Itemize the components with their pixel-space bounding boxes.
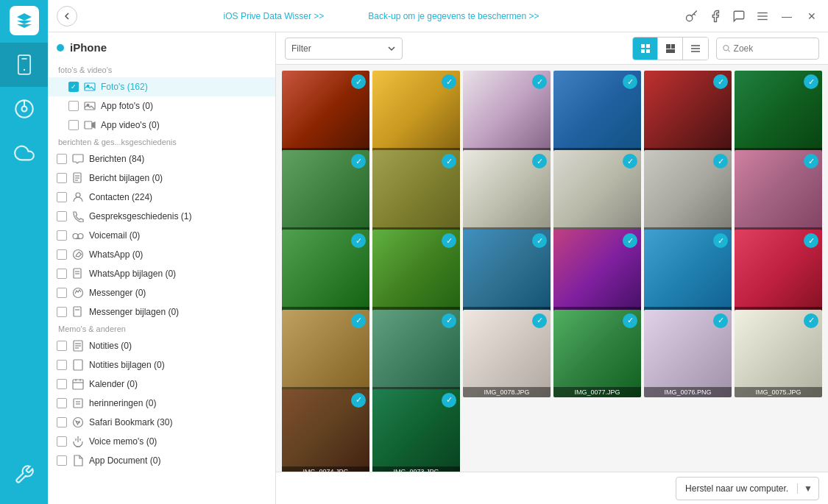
svg-rect-45 bbox=[641, 44, 645, 48]
facebook-icon[interactable] bbox=[709, 10, 722, 23]
sidebar-item-voice-memos[interactable]: Voice memo's (0) bbox=[48, 432, 275, 451]
sidebar-item-app-photos[interactable]: App foto's (0) bbox=[48, 96, 275, 116]
sidebar-item-whatsapp[interactable]: WhatsApp (0) bbox=[48, 245, 275, 264]
close-button[interactable]: ✕ bbox=[804, 9, 819, 24]
photo-cell[interactable]: ✓IMG_0094.JPG bbox=[644, 71, 732, 158]
svg-rect-51 bbox=[666, 49, 675, 53]
checkbox-messenger[interactable] bbox=[57, 288, 67, 298]
photo-cell[interactable]: ✓IMG_0080.JPG bbox=[282, 310, 369, 397]
photo-cell[interactable]: ✓IMG_0081.JPG bbox=[735, 230, 822, 317]
checkbox-whatsapp[interactable] bbox=[57, 249, 67, 260]
photo-cell[interactable]: ✓IMG_0084.JPG bbox=[463, 230, 551, 317]
sidebar-item-contacts[interactable]: Contacten (224) bbox=[48, 188, 275, 207]
section-messages-label: berichten & ges...ksgeschiedenis bbox=[48, 135, 275, 149]
minimize-button[interactable]: — bbox=[779, 9, 794, 24]
sidebar-item-app-document[interactable]: App Document (0) bbox=[48, 451, 275, 470]
checkbox-voice-memos[interactable] bbox=[57, 436, 67, 447]
sidebar-item-notes-att[interactable]: Notities bijlagen (0) bbox=[48, 355, 275, 375]
checkbox-calendar[interactable] bbox=[57, 379, 67, 389]
photo-cell[interactable]: ✓IMG_0075.JPG bbox=[735, 310, 822, 397]
sidebar-item-messenger-att[interactable]: Messenger bijlagen (0) bbox=[48, 302, 275, 322]
checkbox-app-videos[interactable] bbox=[68, 120, 79, 130]
sidebar-item-msg-attachments[interactable]: Bericht bijlagen (0) bbox=[48, 168, 275, 188]
restore-button[interactable]: Herstel naar uw computer. ▼ bbox=[676, 477, 819, 500]
checkbox-safari[interactable] bbox=[57, 417, 67, 427]
sidebar-item-music[interactable] bbox=[0, 87, 48, 131]
photo-cell[interactable]: ✓IMG_0074.JPG bbox=[282, 389, 369, 472]
filter-select[interactable]: Filter bbox=[285, 38, 403, 60]
calendar-icon bbox=[71, 377, 85, 391]
notes-label: Notities (0) bbox=[89, 341, 269, 351]
reminders-label: herinneringen (0) bbox=[89, 398, 269, 408]
photo-cell[interactable]: ✓IMG_0082.JPG bbox=[644, 230, 732, 317]
checkbox-notes[interactable] bbox=[57, 341, 67, 351]
photo-cell[interactable]: ✓IMG_0098.JPG bbox=[282, 71, 369, 158]
sidebar-item-app-videos[interactable]: App video's (0) bbox=[48, 116, 275, 135]
backup-link[interactable]: Back-up om je gegevens te beschermen >> bbox=[368, 11, 539, 21]
view-grid-button[interactable] bbox=[633, 38, 658, 60]
checkbox-messages[interactable] bbox=[57, 154, 67, 164]
photo-cell[interactable]: ✓IMG_0076.PNG bbox=[644, 310, 732, 397]
sidebar-item-messages[interactable]: Berichten (84) bbox=[48, 149, 275, 168]
sidebar-item-call-history[interactable]: Gespreksgeschiedenis (1) bbox=[48, 207, 275, 226]
checkbox-app-document[interactable] bbox=[57, 455, 67, 466]
photo-cell[interactable]: ✓IMG_0092.JPG bbox=[282, 150, 369, 238]
messenger-icon bbox=[71, 286, 85, 299]
messenger-att-icon bbox=[71, 305, 85, 319]
checkbox-contacts[interactable] bbox=[57, 192, 67, 202]
sidebar-item-photos[interactable]: Foto's (162) bbox=[48, 77, 275, 96]
checkbox-reminders[interactable] bbox=[57, 398, 67, 408]
notes-att-icon bbox=[71, 358, 85, 372]
photo-cell[interactable]: ✓IMG_0086.JPG bbox=[282, 230, 369, 317]
checkbox-messenger-att[interactable] bbox=[57, 307, 67, 317]
photo-cell[interactable]: ✓IMG_0078.JPG bbox=[463, 310, 551, 397]
sidebar-item-safari[interactable]: Safari Bookmark (30) bbox=[48, 413, 275, 432]
checkbox-voicemail[interactable] bbox=[57, 230, 67, 241]
photo-cell[interactable]: ✓IMG_0091.JPG bbox=[372, 150, 460, 238]
search-box bbox=[716, 38, 819, 60]
sidebar-item-whatsapp-att[interactable]: WhatsApp bijlagen (0) bbox=[48, 264, 275, 283]
key-icon[interactable] bbox=[685, 10, 698, 23]
view-list-button[interactable] bbox=[683, 38, 708, 60]
sidebar-item-calendar[interactable]: Kalender (0) bbox=[48, 375, 275, 394]
search-input[interactable] bbox=[734, 43, 813, 54]
checkbox-msg-att[interactable] bbox=[57, 173, 67, 183]
photo-cell[interactable]: ✓IMG_0073.JPG bbox=[372, 389, 460, 472]
svg-rect-28 bbox=[74, 307, 81, 316]
photo-cell[interactable]: ✓IMG_0087.JPG bbox=[735, 150, 822, 238]
checkbox-notes-att[interactable] bbox=[57, 360, 67, 370]
menu-icon[interactable] bbox=[756, 10, 769, 23]
photo-cell[interactable]: ✓IMG_0088.JPG bbox=[644, 150, 732, 238]
checkbox-app-photos[interactable] bbox=[68, 101, 79, 111]
sidebar-item-notes[interactable]: Notities (0) bbox=[48, 336, 275, 355]
app-photo-icon bbox=[83, 99, 96, 113]
checkbox-photos[interactable] bbox=[68, 82, 79, 92]
sidebar-item-reminders[interactable]: herinneringen (0) bbox=[48, 394, 275, 413]
sidebar-item-cloud[interactable] bbox=[0, 131, 48, 175]
data-wiser-link[interactable]: iOS Prive Data Wisser >> bbox=[224, 11, 325, 21]
photo-cell[interactable]: ✓IMG_0089.JPG bbox=[553, 150, 641, 238]
sidebar-item-voicemail[interactable]: Voicemail (0) bbox=[48, 226, 275, 245]
photo-cell[interactable]: ✓IMG_0097.JPG bbox=[372, 71, 460, 158]
sidebar-item-tools[interactable] bbox=[0, 452, 48, 497]
photo-cell[interactable]: ✓IMG_0079.JPG bbox=[372, 310, 460, 397]
photo-check-badge: ✓ bbox=[442, 393, 456, 408]
back-button[interactable] bbox=[57, 6, 77, 26]
chat-icon[interactable] bbox=[732, 10, 746, 23]
photo-check-badge: ✓ bbox=[442, 313, 456, 328]
view-medium-button[interactable] bbox=[658, 38, 683, 60]
svg-point-19 bbox=[76, 193, 80, 197]
checkbox-call-history[interactable] bbox=[57, 211, 67, 221]
sidebar-item-phone[interactable] bbox=[0, 43, 48, 87]
photo-cell[interactable]: ✓IMG_0096.JPG bbox=[463, 71, 551, 158]
photo-cell[interactable]: ✓IMG_0090.JPG bbox=[463, 150, 551, 238]
photo-cell[interactable]: ✓IMG_0083.JPG bbox=[553, 230, 641, 317]
photo-cell[interactable]: ✓IMG_0085.JPG bbox=[372, 230, 460, 317]
photo-cell[interactable]: ✓IMG_0077.JPG bbox=[553, 310, 641, 397]
checkbox-whatsapp-att[interactable] bbox=[57, 269, 67, 279]
photo-check-badge: ✓ bbox=[442, 154, 456, 168]
attachment-icon bbox=[71, 171, 85, 185]
photo-cell[interactable]: ✓IMG_0095.JPG bbox=[553, 71, 641, 158]
photo-cell[interactable]: ✓IMG_0093.JPG bbox=[735, 71, 822, 158]
sidebar-item-messenger[interactable]: Messenger (0) bbox=[48, 283, 275, 302]
